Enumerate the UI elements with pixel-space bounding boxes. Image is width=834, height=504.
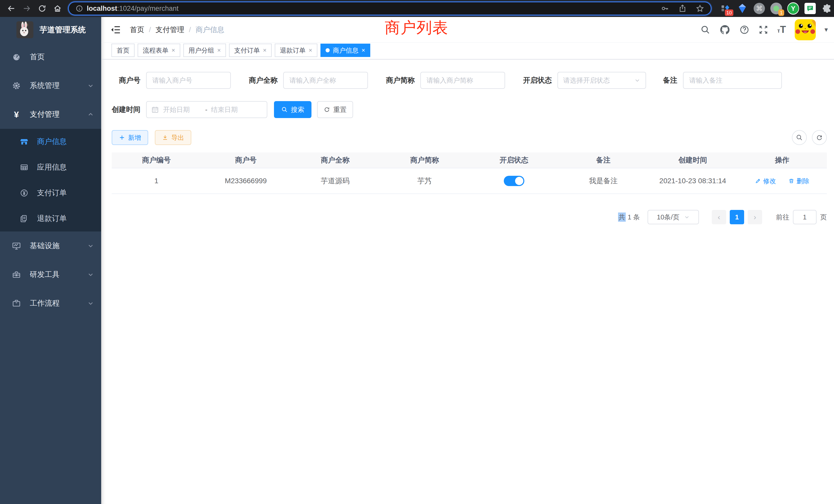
browser-reload-icon[interactable] (36, 2, 49, 15)
cell-short-name: 芋艿 (380, 176, 469, 186)
sidebar-item-dev-tools[interactable]: 研发工具 (0, 260, 101, 289)
sidebar-item-home[interactable]: 首页 (0, 43, 101, 71)
merchant-no-label: 商户号 (112, 75, 140, 85)
browser-home-icon[interactable] (51, 2, 64, 15)
merchant-no-input[interactable] (146, 72, 231, 89)
sidebar-item-label: 退款订单 (37, 213, 67, 224)
full-name-label: 商户全称 (247, 75, 278, 85)
trash-icon (788, 178, 794, 184)
edit-link[interactable]: 修改 (755, 177, 776, 185)
sidebar-item-label: 支付订单 (37, 188, 67, 198)
chevron-down-icon (87, 243, 94, 249)
column-header: 商户简称 (380, 155, 469, 165)
goto-label: 前往 (776, 213, 789, 222)
status-toggle-on[interactable] (504, 176, 524, 186)
chevron-up-icon (87, 111, 94, 118)
remark-label: 备注 (662, 75, 677, 85)
table-row: 1 M233666999 芋道源码 芋艿 我是备注 2021-10-23 08:… (112, 168, 827, 194)
close-icon[interactable]: × (361, 47, 365, 54)
monitor-icon (11, 241, 22, 250)
end-date-input[interactable] (211, 106, 249, 114)
close-icon[interactable]: × (309, 47, 312, 54)
header-search-icon[interactable] (700, 25, 710, 35)
tab-refund-order[interactable]: 退款订单× (275, 44, 317, 57)
sidebar-item-refund-order[interactable]: 退款订单 (0, 206, 101, 231)
sidebar-item-system[interactable]: 系统管理 (0, 71, 101, 100)
fullscreen-icon[interactable] (758, 25, 769, 35)
show-search-toggle-button[interactable] (792, 130, 807, 145)
cell-merchant-id: 1 (112, 177, 201, 185)
sidebar-item-payment[interactable]: ¥ 支付管理 (0, 100, 101, 129)
status-select[interactable]: 请选择开启状态 (557, 72, 646, 89)
browser-forward-icon[interactable] (20, 2, 34, 15)
url-bar[interactable]: localhost:1024/pay/merchant (69, 2, 711, 15)
remark-input[interactable] (683, 72, 782, 89)
extension-command-icon[interactable]: ⌘ (753, 3, 765, 14)
sidebar-item-pay-order[interactable]: 支付订单 (0, 180, 101, 206)
start-date-input[interactable] (163, 106, 202, 114)
extension-y-icon[interactable]: Y (787, 3, 799, 14)
tab-merchant-info[interactable]: 商户信息× (321, 44, 370, 57)
search-icon (281, 106, 288, 113)
page-size-select[interactable]: 10条/页 (648, 210, 699, 224)
search-button[interactable]: 搜索 (274, 101, 311, 118)
sidebar-item-merchant-info[interactable]: 商户信息 (0, 129, 101, 155)
close-icon[interactable]: × (263, 47, 266, 54)
github-icon[interactable] (719, 24, 730, 36)
sidebar-item-infrastructure[interactable]: 基础设施 (0, 231, 101, 260)
filter-row-1: 商户号 商户全称 商户简称 开启状态 请选择开启状态 (112, 72, 827, 89)
app-logo[interactable]: 芋道管理系统 (0, 17, 101, 43)
browser-back-icon[interactable] (5, 2, 18, 15)
share-icon[interactable] (678, 4, 687, 13)
tab-user-group[interactable]: 用户分组× (183, 44, 226, 57)
reset-button[interactable]: 重置 (317, 101, 353, 118)
dashboard-icon (11, 52, 22, 62)
extension-gem-icon[interactable] (737, 3, 748, 14)
add-button[interactable]: 新增 (112, 130, 148, 145)
briefcase-icon (11, 299, 22, 308)
password-key-icon[interactable] (661, 4, 669, 13)
calendar-icon (151, 106, 159, 113)
sidebar-item-workflow[interactable]: 工作流程 (0, 289, 101, 318)
site-info-icon[interactable] (75, 5, 83, 12)
breadcrumb-payment[interactable]: 支付管理 (156, 25, 184, 35)
plus-icon (119, 135, 125, 141)
document-copy-icon (19, 214, 30, 223)
avatar-caret-down-icon[interactable]: ▾ (825, 26, 828, 33)
tab-pay-order[interactable]: 支付订单× (229, 44, 272, 57)
page-1-button[interactable]: 1 (730, 210, 744, 224)
tab-home[interactable]: 首页 (111, 44, 135, 57)
breadcrumb-home[interactable]: 首页 (130, 25, 144, 35)
bookmark-star-icon[interactable] (696, 4, 704, 13)
short-name-input[interactable] (420, 72, 505, 89)
pagination: 共 1 条 10条/页 ‹ 1 › 前往 页 (112, 210, 827, 224)
extension-chat-icon[interactable] (804, 3, 816, 14)
close-icon[interactable]: × (172, 47, 175, 54)
total-text: 共 1 条 (618, 213, 640, 222)
extensions-row: 10 ⌘ 1 Y (720, 3, 834, 14)
export-button[interactable]: 导出 (155, 130, 191, 145)
short-name-label: 商户简称 (385, 75, 415, 85)
grid-icon (19, 163, 30, 172)
refresh-table-button[interactable] (812, 130, 827, 145)
close-icon[interactable]: × (217, 47, 221, 54)
tab-process-form[interactable]: 流程表单× (138, 44, 180, 57)
delete-link[interactable]: 删除 (788, 177, 809, 185)
extensions-puzzle-icon[interactable] (821, 3, 833, 14)
sidebar-item-app-info[interactable]: 应用信息 (0, 155, 101, 180)
sidebar: 芋道管理系统 首页 系统管理 ¥ 支付管理 商户信息 (0, 17, 101, 504)
merchant-table: 商户编号 商户号 商户全称 商户简称 开启状态 备注 创建时间 操作 1 M23… (112, 153, 827, 194)
chevron-down-icon (634, 77, 640, 84)
help-icon[interactable] (739, 25, 749, 35)
user-avatar[interactable] (795, 19, 816, 40)
prev-page-button[interactable]: ‹ (712, 210, 726, 224)
create-time-range-picker[interactable]: - (146, 101, 267, 118)
download-icon (162, 135, 168, 141)
extension-recorder-icon[interactable]: 1 (770, 3, 782, 14)
full-name-input[interactable] (283, 72, 368, 89)
goto-page-input[interactable] (793, 210, 816, 224)
next-page-button[interactable]: › (748, 210, 762, 224)
font-size-icon[interactable]: тT (777, 25, 786, 34)
sidebar-fold-icon[interactable] (110, 24, 121, 35)
extension-blue-diamond-icon[interactable]: 10 (720, 3, 731, 14)
